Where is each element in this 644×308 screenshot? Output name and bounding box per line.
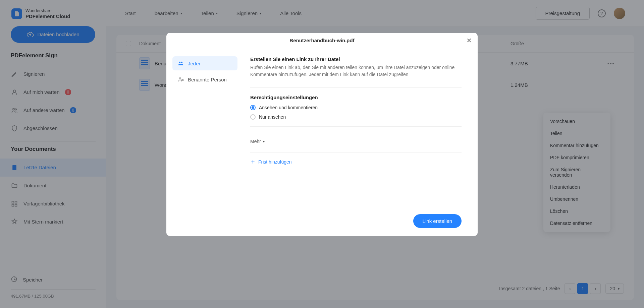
radio-comment[interactable]: Ansehen und kommentieren [250,105,462,110]
close-icon[interactable]: ✕ [467,37,472,44]
svg-point-9 [179,62,181,63]
modal-title: Benutzerhandbuch-win.pdf [289,38,354,43]
more-toggle[interactable]: Mehr▾ [250,139,462,144]
create-link-button[interactable]: Link erstellen [413,214,462,228]
modal-description: Rufen Sie einen Link ab, den Sie mit and… [250,64,462,78]
permissions-heading: Berechtigungseinstellungen [250,95,462,100]
svg-point-11 [179,78,181,79]
tab-everyone[interactable]: Jeder [172,56,237,70]
modal-tabs: Jeder Benannte Person [166,48,244,236]
radio-icon [250,105,256,110]
person-lock-icon [178,76,184,82]
modal-header: Benutzerhandbuch-win.pdf ✕ [166,33,478,48]
divider [250,152,462,152]
divider [250,87,462,88]
tab-named-person[interactable]: Benannte Person [172,72,237,86]
svg-rect-12 [182,79,183,81]
radio-icon [250,114,256,120]
add-deadline-button[interactable]: Frist hinzufügen [250,159,462,165]
modal-overlay: Benutzerhandbuch-win.pdf ✕ Jeder Benannt… [0,0,644,308]
modal-content: Erstellen Sie einen Link zu Ihrer Datei … [244,48,478,236]
radio-view-only[interactable]: Nur ansehen [250,114,462,120]
plus-icon [250,159,256,165]
divider [250,126,462,127]
share-modal: Benutzerhandbuch-win.pdf ✕ Jeder Benannt… [166,33,478,236]
people-icon [178,60,184,66]
modal-heading: Erstellen Sie einen Link zu Ihrer Datei [250,56,462,62]
svg-point-10 [181,62,183,63]
chevron-down-icon: ▾ [263,140,265,143]
